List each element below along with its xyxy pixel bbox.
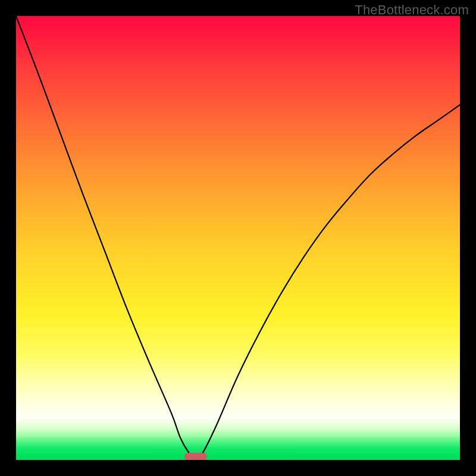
plot-area: [16, 16, 460, 460]
optimal-point-marker: [184, 453, 207, 460]
watermark-text: TheBottleneck.com: [355, 2, 469, 18]
bottleneck-curve: [16, 16, 460, 460]
chart-frame: TheBottleneck.com: [0, 0, 476, 476]
